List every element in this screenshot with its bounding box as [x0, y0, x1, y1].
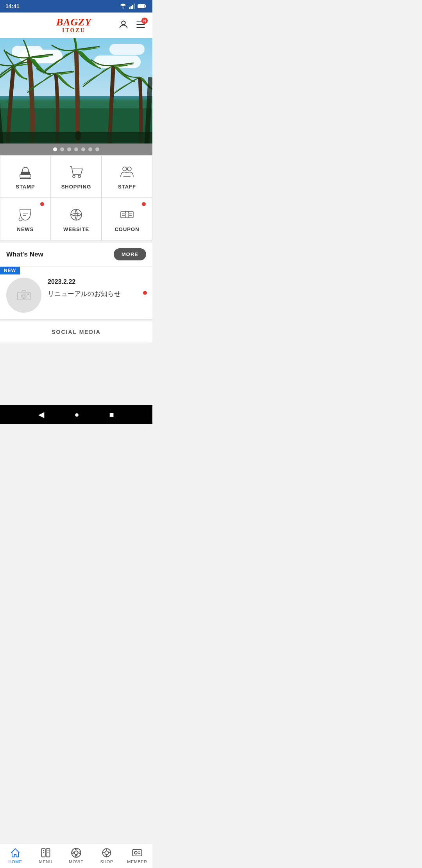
svg-rect-3: [134, 4, 135, 9]
svg-rect-5: [138, 5, 144, 8]
social-section: SOCIAL MEDIA: [0, 321, 152, 343]
dot-2[interactable]: [60, 147, 64, 151]
dot-5[interactable]: [81, 147, 85, 151]
menu-item-website[interactable]: WEBSITE: [51, 198, 102, 240]
staff-icon: [118, 163, 136, 181]
svg-point-14: [75, 131, 81, 140]
user-icon: [118, 19, 129, 30]
recent-button[interactable]: ■: [109, 410, 114, 419]
app-header: BAGZY ITOZU N: [0, 13, 152, 38]
news-badge: NEW: [0, 267, 20, 274]
svg-rect-37: [27, 294, 29, 294]
svg-rect-34: [18, 292, 30, 300]
svg-point-22: [123, 167, 127, 171]
menu-item-staff[interactable]: STAFF: [102, 155, 152, 198]
svg-point-7: [122, 21, 125, 25]
svg-rect-17: [20, 174, 31, 177]
social-label: SOCIAL MEDIA: [52, 329, 101, 335]
logo-line2: ITOZU: [56, 27, 91, 34]
dot-1[interactable]: [53, 147, 57, 151]
header-icons: N: [118, 19, 146, 31]
logo-line1: BAGZY: [56, 17, 91, 27]
android-nav-bar: ◀ ● ■: [0, 405, 152, 424]
whats-new-header: What's New MORE: [0, 243, 152, 266]
coupon-label: COUPON: [114, 226, 139, 232]
news-title: リニューアルのお知らせ: [48, 289, 146, 298]
more-button[interactable]: MORE: [114, 248, 146, 260]
dot-6[interactable]: [88, 147, 92, 151]
svg-point-26: [71, 209, 82, 220]
news-icon: [17, 206, 34, 223]
website-label: WEBSITE: [63, 226, 89, 232]
coupon-notification-dot: [142, 202, 146, 206]
notification-badge: N: [141, 18, 148, 24]
svg-rect-2: [132, 5, 133, 9]
menu-item-shopping[interactable]: SHOPPING: [51, 155, 102, 198]
hero-banner: [0, 38, 152, 143]
hero-palms-svg: [0, 38, 152, 143]
whats-new-title: What's New: [6, 251, 43, 258]
menu-item-stamp[interactable]: STAMP: [0, 155, 51, 198]
stamp-label: STAMP: [16, 184, 35, 190]
news-date: 2023.2.22: [48, 278, 146, 285]
svg-rect-27: [121, 212, 133, 218]
svg-point-35: [21, 294, 26, 298]
news-card[interactable]: NEW 2023.2.22 リニューアルのお知らせ: [0, 267, 152, 319]
globe-icon: [68, 206, 85, 223]
svg-rect-0: [129, 7, 130, 9]
news-unread-dot: [143, 291, 147, 295]
app-logo: BAGZY ITOZU: [30, 17, 118, 34]
back-button[interactable]: ◀: [38, 410, 44, 419]
stamp-icon: [17, 163, 34, 181]
camera-icon: [17, 290, 31, 301]
news-notification-dot: [40, 202, 44, 206]
coupon-icon: [118, 206, 136, 223]
news-thumbnail: [6, 278, 41, 313]
home-button[interactable]: ●: [74, 410, 79, 419]
svg-point-21: [78, 175, 80, 178]
profile-button[interactable]: [118, 19, 129, 31]
menu-item-news[interactable]: NEWS: [0, 198, 51, 240]
status-icons: [120, 4, 147, 9]
signal-icon: [129, 4, 135, 9]
shopping-cart-icon: [68, 163, 85, 181]
svg-rect-18: [21, 172, 30, 174]
svg-rect-1: [131, 6, 132, 9]
status-time: 14:41: [5, 3, 20, 9]
news-label: NEWS: [17, 226, 34, 232]
status-bar: 14:41: [0, 0, 152, 13]
staff-label: STAFF: [118, 184, 136, 190]
wifi-icon: [120, 4, 127, 9]
slide-dots: [0, 143, 152, 155]
svg-point-36: [23, 295, 25, 297]
menu-grid: STAMP SHOPPING: [0, 155, 152, 240]
dot-4[interactable]: [74, 147, 78, 151]
dot-3[interactable]: [67, 147, 71, 151]
news-content: 2023.2.22 リニューアルのお知らせ: [48, 273, 146, 298]
menu-button[interactable]: N: [135, 19, 146, 31]
menu-item-coupon[interactable]: COUPON: [102, 198, 152, 240]
battery-icon: [138, 4, 147, 9]
dot-7[interactable]: [95, 147, 99, 151]
svg-point-20: [73, 175, 75, 178]
svg-point-23: [127, 167, 131, 171]
shopping-label: SHOPPING: [61, 184, 91, 190]
